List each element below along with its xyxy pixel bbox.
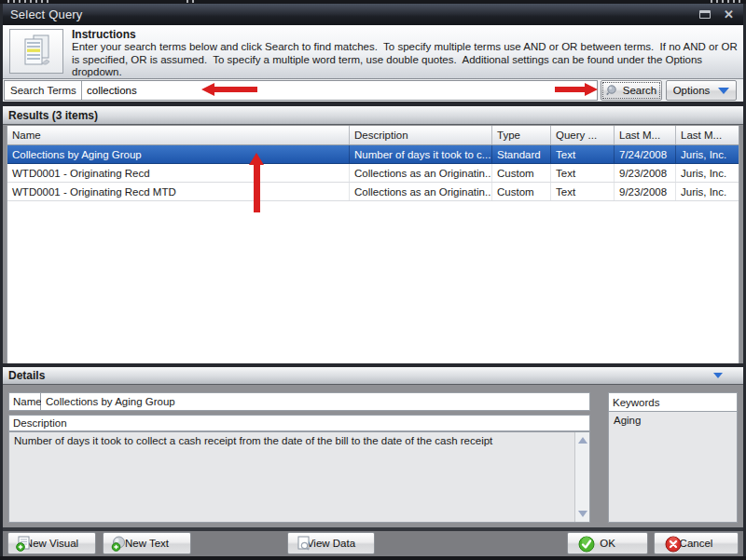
footer-bar: New Visual New Text View Data — [3, 531, 743, 556]
column-header-query[interactable]: Query ... — [551, 126, 615, 144]
search-terms-box: Search Terms — [4, 80, 598, 101]
details-description-label: Description — [8, 415, 590, 431]
cell-description: Collections as an Originatin... — [350, 164, 492, 182]
keywords-header: Keywords — [609, 393, 737, 412]
description-scrollbar[interactable] — [574, 432, 589, 522]
cell-query: Text — [551, 145, 615, 163]
view-data-button[interactable]: View Data — [287, 532, 375, 554]
cell-last-modified-by: Juris, Inc. — [676, 183, 739, 200]
cell-last-modified: 9/23/2008 — [615, 183, 676, 200]
new-visual-button[interactable]: New Visual — [7, 532, 96, 554]
cell-last-modified-by: Juris, Inc. — [676, 145, 739, 163]
cell-type: Custom — [492, 183, 551, 200]
cell-query: Text — [551, 183, 615, 200]
select-query-dialog: Select Query ✕ Instructions Enter your s… — [3, 4, 743, 556]
scroll-up-icon[interactable] — [578, 437, 587, 444]
details-name-label: Name — [9, 393, 40, 410]
column-header-last-modified-by[interactable]: Last M... — [676, 126, 739, 144]
results-table: Name Description Type Query ... Last M..… — [7, 126, 739, 363]
options-button-label: Options — [673, 85, 711, 96]
new-text-label: New Text — [125, 538, 169, 549]
details-header: Details — [3, 367, 743, 385]
search-button[interactable]: Search — [601, 80, 662, 101]
keywords-panel: Keywords Aging — [608, 392, 738, 523]
table-row[interactable]: WTD0001 - Originating Recd Collections a… — [7, 164, 739, 183]
search-button-label: Search — [623, 85, 656, 96]
column-header-description[interactable]: Description — [350, 126, 492, 144]
details-name-row: Name Collections by Aging Group — [8, 392, 590, 411]
instructions-document-icon — [9, 29, 63, 74]
view-data-label: View Data — [307, 538, 355, 549]
column-header-last-modified[interactable]: Last M... — [615, 126, 676, 144]
details-description-value: Number of days it took to collect a cash… — [9, 432, 573, 451]
cell-type: Standard — [492, 145, 551, 163]
window-border — [0, 556, 746, 560]
cancel-x-icon — [665, 536, 682, 553]
keyword-item: Aging — [609, 412, 737, 429]
table-header-row: Name Description Type Query ... Last M..… — [7, 126, 739, 145]
cell-type: Custom — [492, 164, 551, 182]
cancel-button[interactable]: Cancel — [654, 532, 739, 554]
instructions-heading: Instructions — [72, 28, 136, 41]
titlebar: Select Query ✕ — [3, 4, 743, 25]
cell-name: Collections by Aging Group — [7, 145, 350, 163]
background-artifact — [711, 0, 742, 3]
details-header-label: Details — [8, 369, 45, 382]
search-terms-label: Search Terms — [5, 81, 82, 100]
new-visual-icon — [16, 536, 31, 552]
options-dropdown-button[interactable]: Options — [666, 80, 737, 101]
cancel-label: Cancel — [680, 538, 713, 549]
column-header-type[interactable]: Type — [492, 126, 551, 144]
details-collapse-icon[interactable] — [713, 373, 723, 378]
window-border — [0, 4, 3, 556]
results-header-label: Results (3 items) — [8, 109, 98, 122]
cell-query: Text — [551, 164, 615, 182]
scroll-down-icon[interactable] — [578, 511, 587, 517]
background-artifact — [7, 0, 52, 3]
details-panel: Name Collections by Aging Group Descript… — [3, 385, 743, 527]
instructions-panel: Instructions Enter your search terms bel… — [3, 25, 743, 79]
search-icon — [606, 85, 618, 96]
cell-description: Collections as an Originatin... — [350, 183, 492, 200]
details-description-box: Number of days it took to collect a cash… — [8, 431, 590, 523]
search-input[interactable] — [82, 81, 597, 100]
instructions-body: Enter your search terms below and click … — [72, 41, 738, 79]
close-icon[interactable]: ✕ — [724, 8, 734, 20]
ok-check-icon — [578, 536, 595, 553]
cell-last-modified: 9/23/2008 — [615, 164, 676, 182]
details-name-value: Collections by Aging Group — [41, 393, 589, 410]
ok-label: OK — [600, 538, 615, 549]
results-header: Results (3 items) — [3, 106, 743, 125]
search-row: Search Terms Search Options — [3, 79, 743, 102]
chevron-down-icon — [718, 88, 729, 94]
background-artifact — [186, 0, 196, 3]
new-text-icon — [111, 536, 127, 552]
table-row[interactable]: WTD0001 - Originating Recd MTD Collectio… — [7, 183, 739, 201]
table-row[interactable]: Collections by Aging Group Number of day… — [7, 145, 739, 164]
restore-window-icon[interactable] — [699, 10, 711, 19]
cell-last-modified-by: Juris, Inc. — [676, 164, 739, 182]
view-data-icon — [296, 536, 311, 552]
new-visual-label: New Visual — [25, 538, 78, 549]
column-header-name[interactable]: Name — [7, 126, 350, 144]
cell-name: WTD0001 - Originating Recd — [7, 164, 350, 182]
window-title: Select Query — [3, 7, 83, 21]
cell-description: Number of days it took to c... — [350, 145, 492, 163]
ok-button[interactable]: OK — [567, 532, 648, 554]
new-text-button[interactable]: New Text — [103, 532, 191, 554]
cell-name: WTD0001 - Originating Recd MTD — [7, 183, 350, 200]
cell-last-modified: 7/24/2008 — [615, 145, 676, 163]
